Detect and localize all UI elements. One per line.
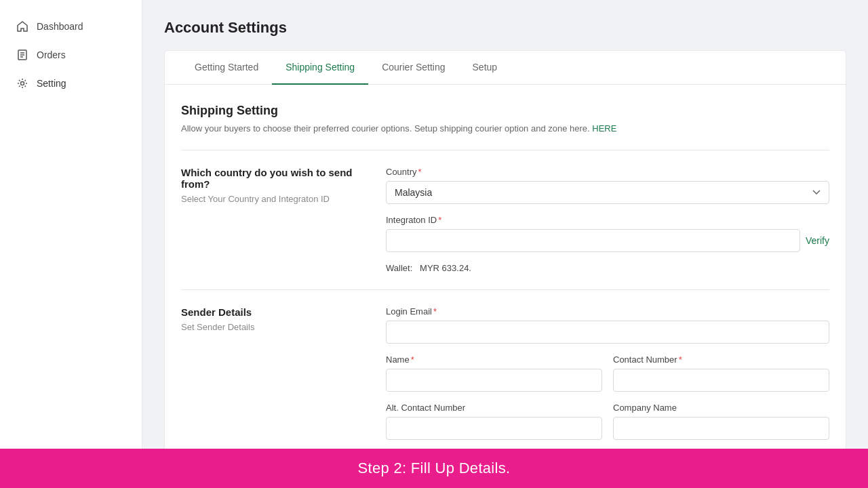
alt-contact-label: Alt. Contact Number: [386, 403, 602, 413]
country-form-left: Which country do you wish to send from? …: [181, 167, 364, 273]
country-label: Country *: [386, 167, 829, 177]
sender-section-title: Sender Details: [181, 306, 364, 318]
integration-row: Verify: [386, 229, 829, 252]
country-section-desc: Select Your Country and Integraton ID: [181, 194, 364, 204]
integration-required: *: [438, 215, 441, 225]
svg-point-4: [21, 82, 24, 85]
sidebar-item-dashboard[interactable]: Dashboard: [0, 14, 142, 39]
contact-label: Contact Number *: [613, 354, 829, 365]
integration-label: Integraton ID *: [386, 215, 829, 225]
login-email-group: Login Email *: [386, 306, 829, 344]
integration-group: Integraton ID * Verify: [386, 215, 829, 252]
company-group: Company Name: [613, 403, 829, 440]
name-required: *: [411, 354, 414, 365]
country-required: *: [418, 167, 422, 177]
login-email-label: Login Email *: [386, 306, 829, 317]
alt-contact-group: Alt. Contact Number: [386, 403, 602, 440]
divider-2: [181, 289, 829, 290]
country-select[interactable]: Malaysia Singapore Indonesia Thailand: [386, 181, 829, 204]
page-title: Account Settings: [164, 19, 846, 37]
name-group: Name *: [386, 354, 602, 392]
alt-company-row: Alt. Contact Number Company Name: [386, 403, 829, 449]
company-label: Company Name: [613, 403, 829, 413]
sidebar-item-label: Setting: [37, 78, 66, 89]
sender-form-right: Login Email * Name *: [386, 306, 829, 449]
email-required: *: [433, 306, 437, 317]
tab-getting-started[interactable]: Getting Started: [181, 51, 272, 85]
login-email-input[interactable]: [386, 321, 829, 344]
country-section-title: Which country do you wish to send from?: [181, 167, 364, 190]
card-body: Shipping Setting Allow your buyers to ch…: [165, 85, 846, 449]
verify-link[interactable]: Verify: [806, 235, 829, 246]
banner-text: Step 2: Fill Up Details.: [358, 460, 511, 476]
settings-card: Getting Started Shipping Setting Courier…: [164, 50, 846, 449]
gear-icon: [16, 77, 28, 89]
name-contact-row: Name * Contact Number *: [386, 354, 829, 403]
orders-icon: [16, 49, 28, 61]
main-content: Account Settings Getting Started Shippin…: [142, 0, 868, 449]
company-input[interactable]: [613, 417, 829, 440]
sender-form-row: Sender Details Set Sender Details Login …: [181, 306, 829, 449]
home-icon: [16, 20, 28, 33]
wallet-value: MYR 633.24.: [420, 263, 471, 273]
country-form-right: Country * Malaysia Singapore Indonesia T…: [386, 167, 829, 273]
country-group: Country * Malaysia Singapore Indonesia T…: [386, 167, 829, 204]
wallet-info: Wallet: MYR 633.24.: [386, 263, 829, 273]
here-link[interactable]: HERE: [592, 123, 616, 134]
tabs-bar: Getting Started Shipping Setting Courier…: [165, 51, 846, 85]
alt-contact-input[interactable]: [386, 417, 602, 440]
integration-id-input[interactable]: [386, 229, 800, 252]
tab-setup[interactable]: Setup: [459, 51, 511, 85]
sender-form-left: Sender Details Set Sender Details: [181, 306, 364, 449]
sender-section-desc: Set Sender Details: [181, 322, 364, 332]
sidebar-item-orders[interactable]: Orders: [0, 42, 142, 68]
name-label: Name *: [386, 354, 602, 365]
sidebar-item-setting[interactable]: Setting: [0, 70, 142, 96]
contact-required: *: [679, 354, 682, 365]
country-form-row: Which country do you wish to send from? …: [181, 167, 829, 273]
sidebar: Dashboard Orders Setting: [0, 0, 142, 449]
shipping-section-desc: Allow your buyers to choose their prefer…: [181, 123, 829, 134]
shipping-section-title: Shipping Setting: [181, 104, 829, 118]
contact-group: Contact Number *: [613, 354, 829, 392]
sidebar-item-label: Orders: [37, 49, 66, 60]
bottom-banner: Step 2: Fill Up Details.: [0, 449, 868, 488]
tab-courier-setting[interactable]: Courier Setting: [368, 51, 458, 85]
divider-1: [181, 150, 829, 150]
sidebar-item-label: Dashboard: [37, 21, 83, 32]
tab-shipping-setting[interactable]: Shipping Setting: [272, 51, 368, 85]
contact-input[interactable]: [613, 369, 829, 392]
name-input[interactable]: [386, 369, 602, 392]
